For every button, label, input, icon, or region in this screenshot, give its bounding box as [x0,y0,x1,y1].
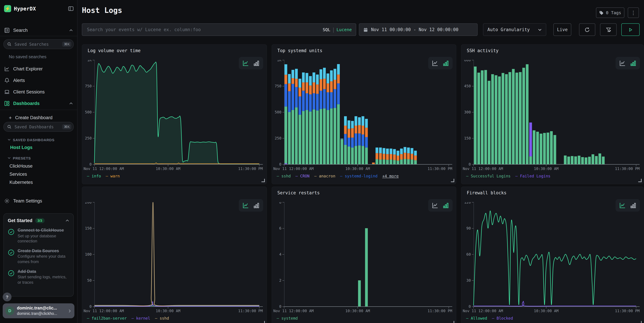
sidebar-item-host-logs[interactable]: Host Logs [10,145,77,150]
bar-view-icon[interactable] [253,202,260,209]
resize-handle[interactable] [451,179,454,182]
resize-handle[interactable] [262,179,265,182]
series-Allowed [474,211,636,305]
bar-segment [410,154,413,159]
svg-text:450: 450 [464,84,471,88]
line-view-icon[interactable] [619,202,626,209]
sidebar-item-services[interactable]: Services [10,172,77,177]
bar-segment [390,154,392,159]
bar-segment [288,84,291,91]
sidebar-item-label: Chart Explorer [13,66,73,71]
bar-segment [382,154,385,159]
bar-segment [348,146,350,164]
collapse-sidebar-icon[interactable] [68,6,74,12]
refresh-button[interactable] [579,23,595,36]
line-view-icon[interactable] [242,202,249,209]
chevron-up-icon[interactable] [65,218,69,223]
get-started-step-connect[interactable]: Connect to ClickHouse Set up your databa… [8,228,69,244]
svg-text:200: 200 [85,202,92,204]
step-title: Add Data [18,269,69,274]
filter-button[interactable] [600,23,616,36]
get-started-step-add-data[interactable]: Add Data Start sending logs, metrics, or… [8,269,69,285]
sidebar-item-chart-explorer[interactable]: Chart Explorer [4,64,73,73]
legend-item-cron[interactable]: — CRON [296,174,310,178]
saved-dashboards-input[interactable] [14,124,60,130]
legend-item-successful-logins[interactable]: — Successful Logins [466,174,510,178]
saved-searches-input[interactable] [14,42,60,47]
bar-segment [337,84,340,104]
chart-legend: — sshd— CRON— anacron— systemd-logind+4 … [277,174,398,178]
page-title: Host Logs [82,6,122,15]
get-started-step-sources[interactable]: Create Data Sources Configure where your… [8,248,69,265]
saved-dashboards-section[interactable]: SAVED DASHBOARDS [8,137,77,143]
bar-segment [340,139,343,164]
chevron-right-icon [68,308,72,314]
live-button[interactable]: Live [553,23,571,36]
chart-title: Service restarts [277,190,320,195]
user-menu[interactable]: D dominic.tran@clic... dominic.tran@clic… [3,303,74,318]
bar-view-icon[interactable] [442,60,449,67]
tags-button[interactable]: 0 Tags [596,8,624,18]
legend-item-allowed[interactable]: — Allowed [466,316,487,321]
legend-item-info[interactable]: — info [87,174,101,178]
create-dashboard-button[interactable]: + Create Dashboard [9,113,73,122]
line-view-icon[interactable] [432,202,439,209]
bar-segment [358,280,361,306]
line-view-icon[interactable] [242,60,249,67]
lucene-toggle[interactable]: Lucene [336,27,352,32]
bar-segment [316,111,319,164]
legend-item-failed-logins[interactable]: — Failed Logins [515,174,550,178]
chart-type-toggle [616,57,640,69]
sidebar-item-dashboards[interactable]: Dashboards [4,99,73,108]
chart-card-firewall-blocks: Firewall blocks1209060300Nov 11 12:00:00… [461,187,644,323]
event-search-bar[interactable]: SQL | Lucene [82,23,356,36]
sidebar-item-search[interactable]: Search [4,26,73,35]
bar-segment [592,154,594,164]
line-view-icon[interactable] [619,60,626,67]
bar-segment [344,134,347,145]
sql-toggle[interactable]: SQL [323,27,330,32]
bar-view-icon[interactable] [630,202,636,209]
bar-segment [372,163,375,164]
sidebar-item-kubernetes[interactable]: Kubernetes [10,180,77,185]
resize-handle[interactable] [638,179,642,182]
app-logo-text: HyperDX [14,6,65,12]
legend-item-warn[interactable]: — warn [106,174,120,178]
bar-view-icon[interactable] [253,60,260,67]
bar-segment [334,69,336,80]
sidebar-item-alerts[interactable]: Alerts [4,76,73,85]
date-range-picker[interactable]: Nov 11 00:00:00 - Nov 12 00:00:00 [359,23,478,36]
bar-view-icon[interactable] [630,60,636,67]
legend-item-sshd[interactable]: — sshd [277,174,291,178]
resize-handle[interactable] [451,321,454,323]
bar-segment [354,146,357,164]
saved-searches-search[interactable]: ⌘K [4,39,74,49]
run-query-button[interactable] [621,23,640,36]
legend-item-blocked[interactable]: — Blocked [492,316,513,321]
sidebar-item-clickhouse[interactable]: ClickHouse [10,164,77,169]
legend-item-systemd[interactable]: — systemd [277,316,298,321]
granularity-select[interactable]: Auto Granularity [483,23,546,36]
help-button[interactable]: ? [3,292,12,301]
legend-item-systemd-logind[interactable]: — systemd-logind [340,174,378,178]
legend-item--4-more[interactable]: +4 more [382,174,398,178]
legend-item-sshd[interactable]: — sshd [155,316,169,321]
chevron-up-icon [69,27,73,33]
chart-title: Top systemd units [277,48,322,53]
more-options-button[interactable]: ⋮ [628,8,639,18]
saved-dashboards-search[interactable]: ⌘K [4,122,74,132]
legend-item-anacron[interactable]: — anacron [314,174,335,178]
dashboard-grid: Log volume over time1K7505002500Nov 11 1… [82,44,644,323]
sidebar-item-team-settings[interactable]: Team Settings [4,196,73,205]
event-search-input[interactable] [86,27,323,33]
resize-handle[interactable] [262,321,265,323]
line-view-icon[interactable] [432,60,439,67]
legend-item-fail2ban-server[interactable]: — fail2ban-server [87,316,127,321]
presets-section[interactable]: PRESETS [8,155,77,161]
sidebar-item-client-sessions[interactable]: Client Sessions [4,87,73,96]
bar-segment [543,133,546,164]
resize-handle[interactable] [638,321,642,323]
bar-view-icon[interactable] [442,202,449,209]
legend-item-kernel[interactable]: — kernel [132,316,150,321]
bar-segment [362,116,364,126]
